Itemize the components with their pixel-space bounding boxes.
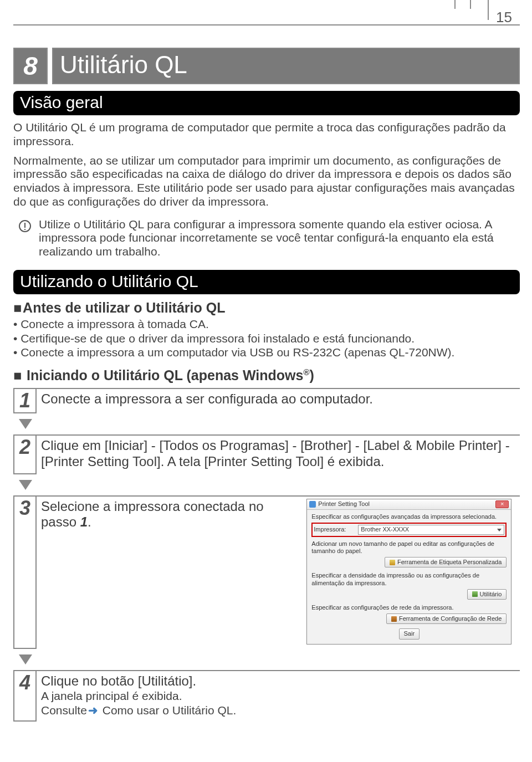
divider [13,24,520,25]
section-heading-utilizando: Utilizando o Utilitário QL [13,270,520,294]
app-icon [309,501,316,508]
close-icon[interactable]: × [495,500,509,508]
list-item: Conecte a impressora à tomada CA. [13,317,520,331]
dialog-line: Especificar a densidade da impressão ou … [311,572,507,586]
label-tool-icon [390,560,395,565]
step-text-1: Conecte a impressora a ser configurada a… [37,388,520,413]
chevron-down-icon [19,654,32,664]
dialog-line: Especificar as configurações de rede da … [311,604,507,611]
arrow-right-icon: ➜ [88,704,98,717]
intro-paragraph-1: O Utilitário QL é um programa de computa… [13,121,520,149]
step-number-4: 4 [13,670,37,722]
network-icon [391,616,397,622]
dialog-title: Printer Setting Tool [318,500,495,508]
printer-setting-tool-dialog: Printer Setting Tool × Especificar as co… [306,499,511,645]
list-item: Conecte a impressora a um computador via… [13,345,520,360]
network-config-tool-button[interactable]: Ferramenta de Configuração de Rede [386,613,507,624]
custom-label-tool-button[interactable]: Ferramenta de Etiqueta Personalizada [385,557,507,567]
step-text-3: Selecione a impressora conectada no pass… [37,495,520,649]
intro-paragraph-2: Normalmente, ao se utilizar um computado… [13,154,520,209]
subheading-antes: Antes de utilizar o Utilitário QL [13,300,520,316]
printer-select-row: Impressora: Brother XX-XXXX [311,523,507,537]
step-text-2: Clique em [Iniciar] - [Todos os Programa… [37,434,520,474]
page-mark [454,0,471,9]
step-number-3: 3 [13,495,37,649]
cross-reference-link[interactable]: Como usar o Utilitário QL. [103,704,237,717]
section-heading-visao-geral: Visão geral [13,91,520,115]
page-number: 15 [496,9,512,26]
utility-button[interactable]: Utilitário [467,589,507,600]
list-item: Certifique-se de que o driver da impress… [13,331,520,346]
printer-label: Impressora: [314,526,358,533]
chapter-title: Utilitário QL [52,48,520,84]
exit-button[interactable]: Sair [399,628,420,639]
utility-icon [472,591,478,597]
dialog-description: Especificar as configurações avançadas d… [311,513,507,520]
chevron-down-icon [19,480,32,490]
subheading-iniciando: Iniciando o Utilitário QL (apenas Window… [13,367,520,383]
step-number-2: 2 [13,434,37,474]
step-text-4: Clique no botão [Utilitátio]. A janela p… [37,670,520,722]
chapter-number: 8 [13,48,48,84]
caution-text: Utilize o Utilitário QL para configurar … [39,218,520,259]
before-list: Conecte a impressora à tomada CA. Certif… [13,317,520,360]
caution-icon [19,220,31,232]
chevron-down-icon [19,419,32,429]
printer-dropdown[interactable]: Brother XX-XXXX [358,525,504,535]
dialog-line: Adicionar um novo tamanho de papel ou ed… [311,540,507,555]
step-number-1: 1 [13,388,37,413]
